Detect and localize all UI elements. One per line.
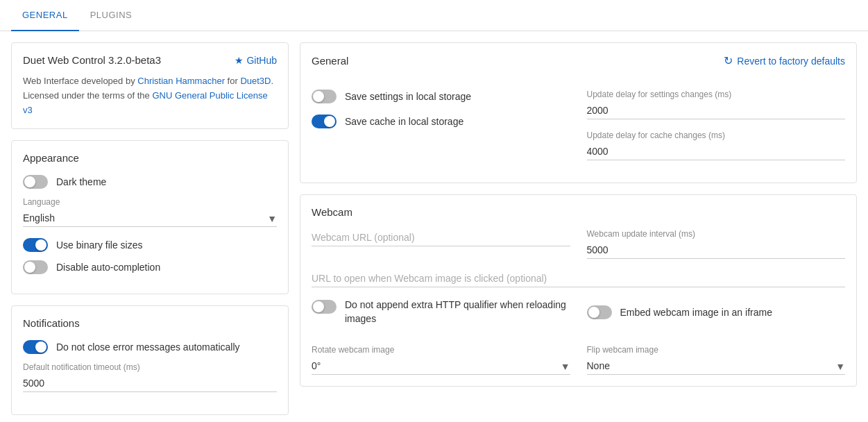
webcam-url-col (312, 229, 570, 259)
star-icon: ★ (235, 55, 244, 66)
language-label: Language (23, 197, 277, 207)
no-close-toggle[interactable] (23, 340, 48, 354)
main-content: Duet Web Control 3.2.0-beta3 ★ GitHub We… (0, 31, 868, 420)
tabs-bar: General Plugins (0, 0, 868, 31)
dark-theme-label: Dark theme (56, 176, 106, 187)
general-card: General ↻ Revert to factory defaults Sav… (300, 42, 857, 183)
about-text: Web Interface developed by Christian Ham… (23, 74, 277, 117)
developer-link[interactable]: Christian Hammacher (137, 76, 225, 86)
flip-label: Flip webcam image (587, 345, 846, 355)
disable-autocomplete-row: Disable auto-completion (23, 260, 277, 274)
webcam-selects-row: Rotate webcam image 0° 90° 180° 270° ▼ F… (312, 345, 845, 375)
update-delay-cache-label: Update delay for cache changes (ms) (587, 130, 846, 140)
dark-theme-row: Dark theme (23, 175, 277, 189)
github-label: GitHub (246, 55, 277, 66)
update-delay-settings-field: Update delay for settings changes (ms) (587, 90, 846, 119)
no-close-row: Do not close error messages automaticall… (23, 340, 277, 354)
general-right-col: Update delay for settings changes (ms) U… (587, 78, 846, 171)
disable-autocomplete-label: Disable auto-completion (56, 262, 160, 273)
left-panel: Duet Web Control 3.2.0-beta3 ★ GitHub We… (11, 42, 289, 409)
webcam-click-url-field (312, 270, 845, 287)
company-link[interactable]: Duet3D (240, 76, 271, 86)
save-cache-row: Save cache in local storage (312, 115, 570, 128)
about-line1-prefix: Web Interface developed by (23, 76, 137, 86)
disable-autocomplete-toggle[interactable] (23, 260, 48, 274)
about-suffix: . (271, 76, 273, 86)
about-for: for (225, 76, 240, 86)
webcam-interval-input[interactable] (587, 242, 846, 259)
rotate-select-wrapper: 0° 90° 180° 270° ▼ (312, 357, 570, 375)
no-append-toggle[interactable] (312, 300, 337, 314)
timeout-label: Default notification timeout (ms) (23, 362, 277, 372)
notifications-title: Notifications (23, 317, 277, 329)
save-cache-toggle[interactable] (312, 115, 337, 128)
rotate-label: Rotate webcam image (312, 345, 570, 355)
appearance-card: Appearance Dark theme Language English G… (11, 140, 289, 294)
tab-plugins[interactable]: Plugins (79, 0, 144, 31)
embed-row: Embed webcam image in an iframe (587, 298, 846, 326)
webcam-interval-label: Webcam update interval (ms) (587, 229, 846, 239)
language-select-wrapper: English German French Spanish ▼ (23, 210, 277, 227)
dark-theme-toggle[interactable] (23, 175, 48, 189)
save-settings-row: Save settings in local storage (312, 90, 570, 103)
webcam-click-url-input[interactable] (312, 270, 845, 287)
webcam-title: Webcam (312, 206, 845, 218)
update-delay-settings-label: Update delay for settings changes (ms) (587, 90, 846, 99)
no-append-row: Do not append extra HTTP qualifier when … (312, 298, 570, 326)
github-link[interactable]: ★ GitHub (235, 55, 277, 66)
about-title-text: Duet Web Control 3.2.0-beta3 (23, 54, 161, 66)
webcam-interval-col: Webcam update interval (ms) (587, 229, 846, 259)
save-cache-label: Save cache in local storage (345, 116, 463, 127)
binary-sizes-toggle[interactable] (23, 238, 48, 252)
flip-select[interactable]: None Horizontal Vertical Both (587, 357, 846, 375)
webcam-url-input[interactable] (312, 229, 570, 246)
general-card-header: General ↻ Revert to factory defaults (312, 54, 845, 67)
no-close-label: Do not close error messages automaticall… (56, 341, 240, 353)
save-settings-label: Save settings in local storage (345, 91, 471, 102)
rotate-select[interactable]: 0° 90° 180° 270° (312, 357, 570, 375)
save-settings-toggle[interactable] (312, 90, 337, 103)
binary-sizes-row: Use binary file sizes (23, 238, 277, 252)
timeout-input[interactable] (23, 375, 277, 392)
timeout-field: Default notification timeout (ms) (23, 362, 277, 392)
right-panel: General ↻ Revert to factory defaults Sav… (300, 42, 857, 409)
about-card: Duet Web Control 3.2.0-beta3 ★ GitHub We… (11, 42, 289, 129)
flip-select-wrapper: None Horizontal Vertical Both ▼ (587, 357, 846, 375)
embed-toggle[interactable] (587, 305, 612, 319)
about-header: Duet Web Control 3.2.0-beta3 ★ GitHub (23, 54, 277, 66)
appearance-title: Appearance (23, 152, 277, 164)
binary-sizes-label: Use binary file sizes (56, 239, 143, 251)
update-delay-cache-field: Update delay for cache changes (ms) (587, 130, 846, 160)
general-left-col: Save settings in local storage Save cach… (312, 78, 570, 171)
tab-general[interactable]: General (11, 0, 79, 31)
webcam-url-row: Webcam update interval (ms) (312, 229, 845, 259)
revert-icon: ↻ (724, 54, 733, 67)
language-field: Language English German French Spanish ▼ (23, 197, 277, 227)
about-line2-prefix: Licensed under the terms of the (23, 90, 152, 101)
update-delay-settings-input[interactable] (587, 102, 846, 119)
update-delay-cache-input[interactable] (587, 143, 846, 160)
general-fields: Save settings in local storage Save cach… (312, 78, 845, 171)
embed-label: Embed webcam image in an iframe (620, 307, 772, 318)
general-title: General (312, 55, 348, 67)
flip-col: Flip webcam image None Horizontal Vertic… (587, 345, 846, 375)
revert-link[interactable]: ↻ Revert to factory defaults (724, 54, 845, 67)
revert-label: Revert to factory defaults (737, 56, 845, 67)
webcam-card: Webcam Webcam update interval (ms) Do no… (300, 194, 857, 387)
rotate-col: Rotate webcam image 0° 90° 180° 270° ▼ (312, 345, 570, 375)
notifications-card: Notifications Do not close error message… (11, 305, 289, 415)
webcam-toggles-row: Do not append extra HTTP qualifier when … (312, 298, 845, 334)
no-append-label: Do not append extra HTTP qualifier when … (345, 298, 570, 326)
language-select[interactable]: English German French Spanish (23, 210, 277, 227)
